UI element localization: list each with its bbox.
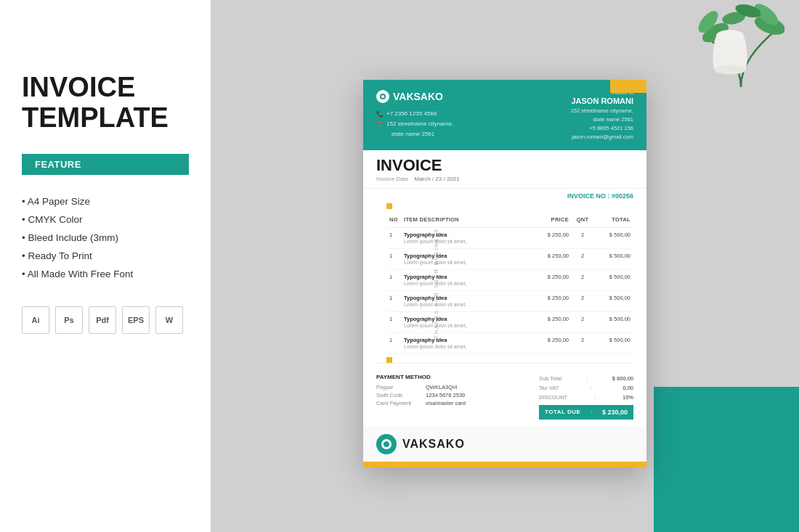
feature-item: CMYK Color (22, 210, 189, 229)
invoice-header-left: VAKSAKO 📞+7 2356 1235 4568 📍152 streetna… (376, 90, 453, 139)
cell-total: $ 500,00 (593, 248, 633, 269)
brand-logo-inner (380, 94, 386, 99)
divider (376, 363, 633, 364)
col-total: TOTAL (593, 212, 633, 228)
col-description: ITEM DESCRIPTION (401, 212, 532, 228)
subtotal-row: Sub Total : $ 800,00 (539, 374, 633, 383)
payment-row-paypal: Paypal QWKLA3QI4 (376, 384, 466, 390)
cell-no: 1 (386, 332, 401, 353)
tax-row: Tax VAT : 0,00 (539, 383, 633, 393)
table-row: 1 Typography Idea Lorem ipsum dolor sit … (386, 269, 633, 290)
col-qnt: QNT (572, 212, 593, 228)
cell-total: $ 500,00 (593, 227, 633, 248)
format-eps: EPS (122, 306, 150, 334)
cell-no: 1 (386, 290, 401, 311)
cell-price: $ 250,00 (532, 227, 572, 248)
invoice-footer: PAYMENT METHOD Paypal QWKLA3QI4 Swift Co… (363, 367, 646, 427)
cell-total: $ 500,00 (593, 311, 633, 332)
invoice-bottom-brand: VAKSAKO (363, 427, 646, 462)
cell-total: $ 500,00 (593, 290, 633, 311)
invoice-document: VAKSAKO 📞+7 2356 1235 4568 📍152 streetna… (363, 80, 646, 467)
yellow-accent-square-bottom (386, 357, 392, 363)
cell-price: $ 250,00 (532, 269, 572, 290)
right-panel: VAKSAKO 📞+7 2356 1235 4568 📍152 streetna… (211, 0, 799, 532)
payment-section: PAYMENT METHOD Paypal QWKLA3QI4 Swift Co… (376, 374, 466, 420)
cell-desc: Typography Idea Lorem ipsum dolor sit am… (401, 269, 532, 290)
col-price: PRICE (532, 212, 572, 228)
svg-point-8 (716, 30, 744, 41)
cell-price: $ 250,00 (532, 248, 572, 269)
cell-qnt: 2 (572, 227, 593, 248)
bottom-brand-logo (376, 434, 397, 454)
invoice-header: VAKSAKO 📞+7 2356 1235 4568 📍152 streetna… (363, 80, 646, 150)
invoice-header-right: Invoice to JASON ROMANI 152 streetname c… (571, 90, 633, 142)
cell-qnt: 2 (572, 269, 593, 290)
feature-item: All Made With Free Font (22, 265, 189, 283)
cell-total: $ 500,00 (593, 332, 633, 353)
feature-item: A4 Paper Size (22, 192, 189, 210)
svg-point-7 (714, 65, 745, 74)
cell-desc: Typography Idea Lorem ipsum dolor sit am… (401, 290, 532, 311)
invoice-table-wrapper: THANKS FOR YOUR BUSINESS NO ITEM DESCRIP… (363, 203, 646, 363)
format-icons: Ai Ps Pdf EPS W (22, 306, 189, 334)
feature-item: Bleed Include (3mm) (22, 229, 189, 247)
invoice-title: INVOICE (376, 157, 633, 173)
brand-name: VAKSAKO (376, 90, 453, 103)
invoice-table: NO ITEM DESCRIPTION PRICE QNT TOTAL 1 Ty… (386, 212, 633, 354)
brand-logo (376, 90, 389, 103)
side-text: THANKS FOR YOUR BUSINESS (434, 227, 439, 338)
client-details: 152 streetname cityname, state name 2561… (571, 107, 633, 142)
teal-corner-decoration (654, 387, 799, 532)
payment-title: PAYMENT METHOD (376, 374, 466, 380)
payment-row-card: Card Payment visa/master card (376, 400, 466, 406)
invoice-number: INVOICE NO : #00256 (363, 189, 646, 203)
table-row: 1 Typography Idea Lorem ipsum dolor sit … (386, 227, 633, 248)
feature-badge: FEATURE (22, 154, 189, 175)
table-row: 1 Typography Idea Lorem ipsum dolor sit … (386, 332, 633, 353)
total-due-row: TOTAL DUE : $ 230,00 (539, 405, 633, 420)
table-container: THANKS FOR YOUR BUSINESS NO ITEM DESCRIP… (376, 203, 633, 363)
cell-desc: Typography Idea Lorem ipsum dolor sit am… (401, 332, 532, 353)
cell-no: 1 (386, 227, 401, 248)
cell-qnt: 2 (572, 290, 593, 311)
format-ai: Ai (22, 306, 49, 334)
format-pdf: Pdf (89, 306, 116, 334)
page-title: INVOICE TEMPLATE (22, 73, 189, 134)
invoice-date-row: Invoice Date March / 23 / 2021 (376, 176, 633, 182)
yellow-accent-top (610, 80, 646, 93)
cell-qnt: 2 (572, 248, 593, 269)
cell-price: $ 250,00 (532, 311, 572, 332)
invoice-title-section: INVOICE Invoice Date March / 23 / 2021 (363, 150, 646, 189)
cell-price: $ 250,00 (532, 290, 572, 311)
client-name: JASON ROMANI (571, 97, 633, 105)
cell-qnt: 2 (572, 332, 593, 353)
cell-desc: Typography Idea Lorem ipsum dolor sit am… (401, 248, 532, 269)
yellow-accent-bottom (363, 462, 646, 467)
table-row: 1 Typography Idea Lorem ipsum dolor sit … (386, 248, 633, 269)
cell-desc: Typography Idea Lorem ipsum dolor sit am… (401, 227, 532, 248)
feature-item: Ready To Print (22, 247, 189, 265)
payment-row-swift: Swift Code 1234 5678 2539 (376, 392, 466, 398)
cell-no: 1 (386, 269, 401, 290)
format-word: W (155, 306, 183, 334)
table-row: 1 Typography Idea Lorem ipsum dolor sit … (386, 311, 633, 332)
table-row: 1 Typography Idea Lorem ipsum dolor sit … (386, 290, 633, 311)
totals-section: Sub Total : $ 800,00 Tax VAT : 0,00 DISC… (539, 374, 633, 420)
vase-decoration (705, 22, 755, 80)
cell-no: 1 (386, 311, 401, 332)
contact-info: 📞+7 2356 1235 4568 📍152 streetname cityn… (376, 109, 453, 139)
discount-row: DISCOUNT : 10% (539, 393, 633, 402)
cell-desc: Typography Idea Lorem ipsum dolor sit am… (401, 311, 532, 332)
cell-total: $ 500,00 (593, 269, 633, 290)
format-ps: Ps (55, 306, 83, 334)
bottom-brand-logo-inner (381, 439, 392, 449)
bottom-brand-name: VAKSAKO (402, 438, 465, 451)
left-panel: INVOICE TEMPLATE FEATURE A4 Paper Size C… (0, 0, 211, 532)
cell-price: $ 250,00 (532, 332, 572, 353)
col-no: NO (386, 212, 401, 228)
cell-no: 1 (386, 248, 401, 269)
yellow-accent-square-top (386, 203, 392, 209)
features-list: A4 Paper Size CMYK Color Bleed Include (… (22, 192, 189, 283)
cell-qnt: 2 (572, 311, 593, 332)
